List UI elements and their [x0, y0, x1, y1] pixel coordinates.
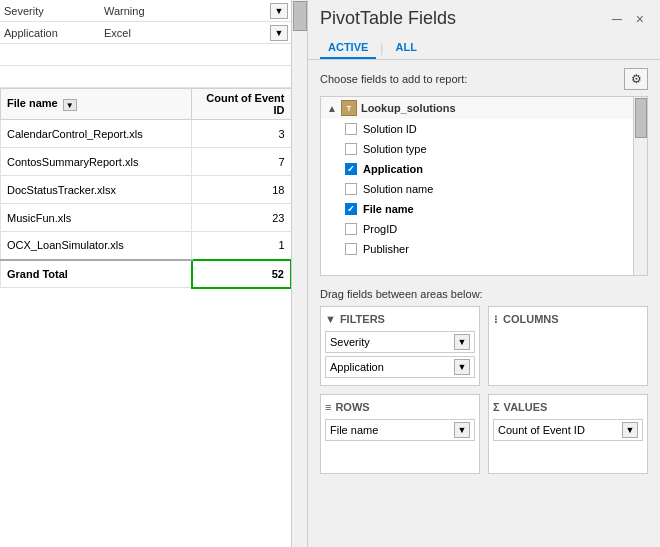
tabs-row: ACTIVE | ALL [308, 37, 660, 60]
filters-area-header: ▼ FILTERS [325, 311, 475, 327]
table-row: DocStatusTracker.xlsx 18 [1, 176, 292, 204]
group-name: Lookup_solutions [361, 102, 456, 114]
pivot-scrollbar[interactable] [291, 0, 307, 547]
progid-checkbox[interactable] [345, 223, 357, 235]
values-area: Σ VALUES Count of Event ID ▼ [488, 394, 648, 474]
filename-column-header[interactable]: File name ▼ [1, 89, 192, 120]
table-icon: T [341, 100, 357, 116]
publisher-checkbox[interactable] [345, 243, 357, 255]
values-area-icon: Σ [493, 401, 500, 413]
tab-active[interactable]: ACTIVE [320, 37, 376, 59]
filters-application-chip[interactable]: Application ▼ [325, 356, 475, 378]
severity-filter-row: Severity Warning ▼ [0, 0, 292, 22]
field-label: Solution name [363, 183, 433, 195]
panel-controls: ─ × [608, 9, 648, 29]
rows-area-icon: ≡ [325, 401, 331, 413]
filters-area: ▼ FILTERS Severity ▼ Application ▼ [320, 306, 480, 386]
values-area-label: VALUES [504, 401, 548, 413]
values-count-chip[interactable]: Count of Event ID ▼ [493, 419, 643, 441]
application-filter-button[interactable]: ▼ [270, 25, 288, 41]
field-item-application[interactable]: ✓ Application ▼ [321, 159, 647, 179]
pivot-data-table: File name ▼ Count of Event ID CalendarCo… [0, 88, 292, 289]
application-filter-row: Application Excel ▼ [0, 22, 292, 44]
table-row: MusicFun.xls 23 [1, 204, 292, 232]
table-row: ContosSummaryReport.xls 7 [1, 148, 292, 176]
filename-cell: CalendarControl_Report.xls [1, 120, 192, 148]
solution-id-checkbox[interactable] [345, 123, 357, 135]
columns-area-icon: ⫶ [493, 313, 499, 325]
application-chip-dropdown[interactable]: ▼ [454, 359, 470, 375]
expand-icon[interactable]: ▲ [327, 103, 337, 114]
pin-button[interactable]: ─ [608, 9, 626, 29]
gear-button[interactable]: ⚙ [624, 68, 648, 90]
filename-cell: MusicFun.xls [1, 204, 192, 232]
choose-label: Choose fields to add to report: ⚙ [320, 68, 648, 90]
count-cell: 18 [192, 176, 291, 204]
severity-chip-label: Severity [330, 336, 454, 348]
drag-areas: ▼ FILTERS Severity ▼ Application ▼ ⫶ COL… [320, 306, 648, 474]
field-label: ProgID [363, 223, 397, 235]
application-checkbox[interactable]: ✓ [345, 163, 357, 175]
severity-chip-dropdown[interactable]: ▼ [454, 334, 470, 350]
field-label: Solution ID [363, 123, 417, 135]
severity-filter-label: Severity [4, 5, 104, 17]
panel-header: PivotTable Fields ─ × [308, 0, 660, 37]
table-row: OCX_LoanSimulator.xls 1 [1, 232, 292, 260]
fields-section: Choose fields to add to report: ⚙ ▲ T Lo… [308, 68, 660, 282]
field-label: Publisher [363, 243, 409, 255]
fields-list-scrollbar-thumb[interactable] [635, 98, 647, 138]
table-row: CalendarControl_Report.xls 3 [1, 120, 292, 148]
rows-filename-chip[interactable]: File name ▼ [325, 419, 475, 441]
count-chip-label: Count of Event ID [498, 424, 622, 436]
fields-list-scrollbar[interactable] [633, 97, 647, 275]
values-area-header: Σ VALUES [493, 399, 643, 415]
field-item-solution-name[interactable]: Solution name [321, 179, 647, 199]
filters-severity-chip[interactable]: Severity ▼ [325, 331, 475, 353]
close-button[interactable]: × [632, 9, 648, 29]
count-cell: 7 [192, 148, 291, 176]
count-column-header: Count of Event ID [192, 89, 291, 120]
pivot-scrollbar-thumb[interactable] [293, 1, 307, 31]
rows-area-header: ≡ ROWS [325, 399, 475, 415]
columns-area: ⫶ COLUMNS [488, 306, 648, 386]
severity-filter-value: Warning [104, 5, 270, 17]
solution-type-checkbox[interactable] [345, 143, 357, 155]
field-label: Application [363, 163, 423, 175]
drag-section-title: Drag fields between areas below: [320, 288, 648, 300]
fields-list: ▲ T Lookup_solutions Solution ID Solutio… [320, 96, 648, 276]
severity-filter-button[interactable]: ▼ [270, 3, 288, 19]
tab-separator: | [380, 41, 383, 55]
solution-name-checkbox[interactable] [345, 183, 357, 195]
application-filter-value: Excel [104, 27, 270, 39]
application-chip-label: Application [330, 361, 454, 373]
field-item-solution-type[interactable]: Solution type [321, 139, 647, 159]
filename-cell: ContosSummaryReport.xls [1, 148, 192, 176]
count-chip-dropdown[interactable]: ▼ [622, 422, 638, 438]
tab-all[interactable]: ALL [387, 37, 424, 59]
pivot-fields-panel: PivotTable Fields ─ × ACTIVE | ALL Choos… [308, 0, 660, 547]
columns-drop-zone[interactable] [493, 331, 643, 361]
gear-icon: ⚙ [631, 72, 642, 86]
grand-total-label: Grand Total [1, 260, 192, 288]
field-item-progid[interactable]: ProgID [321, 219, 647, 239]
rows-area: ≡ ROWS File name ▼ [320, 394, 480, 474]
field-item-file-name[interactable]: ✓ File name [321, 199, 647, 219]
filename-chip-dropdown[interactable]: ▼ [454, 422, 470, 438]
field-item-publisher[interactable]: Publisher [321, 239, 647, 259]
columns-area-label: COLUMNS [503, 313, 559, 325]
grand-total-value: 52 [192, 260, 291, 288]
file-name-checkbox[interactable]: ✓ [345, 203, 357, 215]
filter-area-icon: ▼ [325, 313, 336, 325]
field-group-header: ▲ T Lookup_solutions [321, 97, 647, 119]
grand-total-row: Grand Total 52 [1, 260, 292, 288]
filename-cell: OCX_LoanSimulator.xls [1, 232, 192, 260]
application-filter-label: Application [4, 27, 104, 39]
field-item-solution-id[interactable]: Solution ID [321, 119, 647, 139]
count-cell: 1 [192, 232, 291, 260]
count-cell: 3 [192, 120, 291, 148]
drag-section: Drag fields between areas below: ▼ FILTE… [308, 282, 660, 480]
filename-cell: DocStatusTracker.xlsx [1, 176, 192, 204]
field-label: Solution type [363, 143, 427, 155]
filename-column-filter-icon[interactable]: ▼ [63, 99, 77, 111]
count-cell: 23 [192, 204, 291, 232]
